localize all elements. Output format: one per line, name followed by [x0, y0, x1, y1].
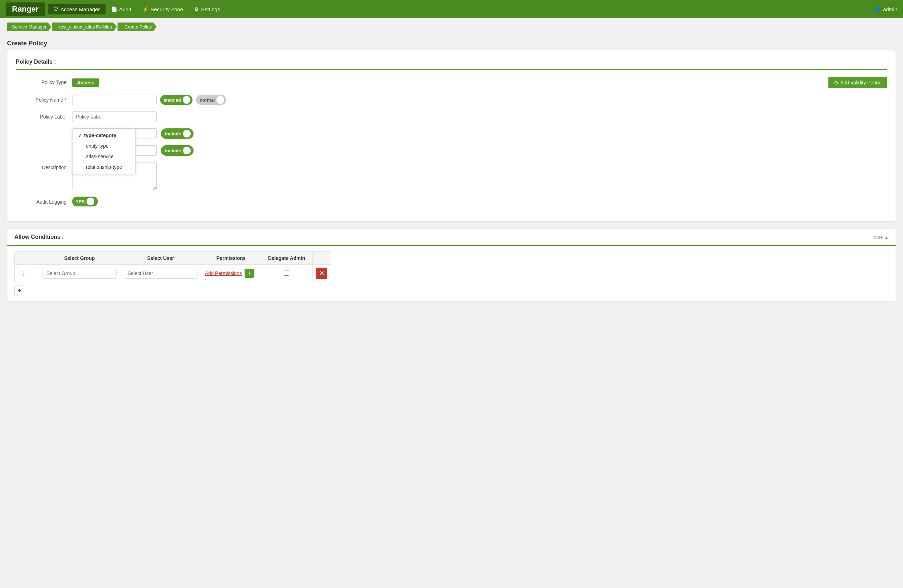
- audit-toggle-knob: [87, 198, 94, 205]
- permissions-cell: Add Permissions +: [201, 265, 261, 282]
- policy-type-row: Policy Type Access ⊕ Add Validity Period: [16, 77, 887, 88]
- drag-col-header: [15, 252, 39, 265]
- add-permissions-plus-button[interactable]: +: [245, 269, 254, 278]
- allow-conditions-card: Allow Conditions : hide ▲ Select Group S…: [7, 229, 896, 301]
- policy-details-section-title: Policy Details :: [16, 59, 887, 70]
- breadcrumb-policies[interactable]: test_cluster_atlas Policies: [52, 22, 117, 31]
- admin-menu[interactable]: 👤 admin: [874, 6, 897, 12]
- select-group-input[interactable]: [42, 268, 116, 279]
- audit-logging-toggle[interactable]: YES: [72, 197, 98, 207]
- description-label: Description: [16, 162, 72, 170]
- enabled-toggle-knob: [182, 96, 190, 104]
- normal-toggle[interactable]: normal: [196, 95, 226, 105]
- top-navigation: Ranger 🛡 Access Manager 📄 Audit ⚡ Securi…: [0, 0, 903, 18]
- add-validity-period-button[interactable]: ⊕ Add Validity Period: [828, 77, 887, 88]
- policy-name-input[interactable]: [72, 95, 157, 105]
- resource-type-dropdown-menu: ✓ type-category entity-type atlas-servic…: [72, 129, 135, 174]
- policy-label-input[interactable]: [72, 111, 157, 122]
- gear-icon: ⚙: [194, 6, 199, 12]
- include-toggle-knob-1: [183, 130, 191, 138]
- app-logo[interactable]: Ranger: [6, 2, 45, 16]
- col-select-user: Select User: [120, 252, 201, 265]
- table-header-row: Select Group Select User Permissions Del…: [15, 252, 331, 265]
- policy-label-label: Policy Label: [16, 111, 72, 119]
- include-toggle-knob-2: [183, 147, 191, 154]
- dropdown-option-entity-type[interactable]: entity-type: [72, 141, 135, 151]
- admin-icon: 👤: [874, 6, 881, 12]
- include-toggle-2[interactable]: include: [161, 145, 194, 156]
- nav-item-security-zone[interactable]: ⚡ Security Zone: [137, 4, 189, 14]
- policy-type-badge: Access: [72, 78, 99, 87]
- delegate-admin-checkbox[interactable]: [284, 270, 289, 276]
- action-col-header: [313, 252, 331, 265]
- shield-icon: 🛡: [53, 6, 58, 12]
- nav-item-audit[interactable]: 📄 Audit: [105, 4, 137, 14]
- select-user-input[interactable]: [124, 268, 198, 279]
- conditions-table: Select Group Select User Permissions Del…: [14, 251, 331, 282]
- audit-logging-row: Audit Logging YES: [16, 197, 887, 207]
- policy-name-label: Policy Name *: [16, 95, 72, 103]
- delete-row-button[interactable]: ✕: [316, 268, 327, 279]
- policy-label-row: Policy Label: [16, 111, 887, 122]
- breadcrumb-service-manager[interactable]: Service Manager: [7, 22, 51, 31]
- checkmark-icon: ✓: [78, 133, 82, 138]
- normal-toggle-knob: [216, 96, 224, 104]
- nav-item-access-manager[interactable]: 🛡 Access Manager: [48, 4, 105, 14]
- col-select-group: Select Group: [39, 252, 120, 265]
- enabled-toggle[interactable]: enabled: [160, 95, 192, 105]
- delegate-admin-cell: [261, 265, 312, 282]
- policy-type-label: Policy Type: [16, 77, 72, 85]
- description-row: Description: [16, 162, 887, 190]
- dropdown-option-atlas-service[interactable]: atlas-service: [72, 151, 135, 162]
- hide-link[interactable]: hide ▲: [874, 235, 889, 240]
- table-row: ⋮⋮ Add Permissions +: [15, 265, 331, 282]
- add-permissions-button[interactable]: Add Permissions: [205, 270, 242, 276]
- allow-conditions-title: Allow Conditions :: [14, 234, 64, 240]
- dropdown-option-type-category[interactable]: ✓ type-category: [72, 130, 135, 141]
- include-toggle-1[interactable]: include: [161, 129, 194, 139]
- allow-conditions-header: Allow Conditions : hide ▲: [7, 229, 896, 246]
- user-cell: [120, 265, 201, 282]
- resource-type-dropdown-container: ✓ type-category entity-type atlas-servic…: [72, 129, 157, 139]
- add-row-button[interactable]: +: [14, 285, 24, 295]
- clock-icon: ⊕: [834, 80, 838, 85]
- audit-icon: 📄: [111, 6, 117, 12]
- conditions-table-wrap: Select Group Select User Permissions Del…: [7, 246, 896, 301]
- page-title: Create Policy: [0, 36, 903, 50]
- group-cell: [39, 265, 120, 282]
- resource-type-row-2: include: [16, 145, 887, 156]
- breadcrumb: Service Manager test_cluster_atlas Polic…: [0, 18, 903, 36]
- nav-items: 🛡 Access Manager 📄 Audit ⚡ Security Zone…: [48, 4, 874, 14]
- drag-handle-cell: ⋮⋮: [15, 265, 39, 282]
- security-zone-icon: ⚡: [143, 6, 148, 12]
- permissions-controls: Add Permissions +: [205, 269, 257, 278]
- resource-type-row-1: ✓ type-category entity-type atlas-servic…: [16, 129, 887, 139]
- breadcrumb-create-policy[interactable]: Create Policy: [118, 22, 157, 31]
- col-delegate-admin: Delegate Admin: [261, 252, 312, 265]
- policy-name-row: Policy Name * enabled normal: [16, 95, 887, 105]
- policy-details-card: Policy Details : Policy Type Access ⊕ Ad…: [7, 50, 896, 221]
- drag-handle-icon[interactable]: ⋮⋮: [18, 270, 35, 277]
- nav-item-settings[interactable]: ⚙ Settings: [189, 4, 226, 14]
- resource-type-label-1: [16, 129, 72, 131]
- delete-cell: ✕: [313, 265, 331, 282]
- resource-type-label-2: [16, 145, 72, 148]
- audit-logging-label: Audit Logging: [16, 197, 72, 205]
- dropdown-option-relationship-type[interactable]: relationship-type: [72, 162, 135, 172]
- col-permissions: Permissions: [201, 252, 261, 265]
